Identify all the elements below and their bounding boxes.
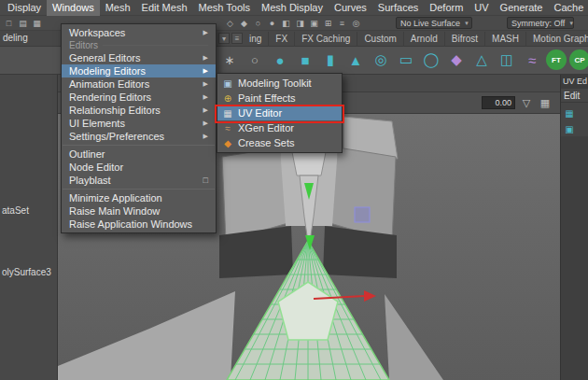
menu-item-playblast[interactable]: Playblast □ <box>62 174 216 187</box>
snap-to-curve-icon[interactable]: ◨ <box>294 18 306 29</box>
shelf-tab-menu-icon[interactable]: ▾ <box>218 33 230 44</box>
menu-uv[interactable]: UV <box>469 0 494 16</box>
save-scene-icon[interactable]: ▦ <box>31 18 43 29</box>
menu-item-label: Relationship Editors <box>69 104 199 117</box>
hull-left-wing <box>58 291 235 380</box>
hull-left-wall <box>222 148 291 241</box>
shelf-tab-fx[interactable]: FX <box>269 32 295 47</box>
menu-item-modeling-editors[interactable]: Modeling Editors ▶ <box>62 64 216 77</box>
menu-surfaces[interactable]: Surfaces <box>372 0 424 16</box>
menu-item-rendering-editors[interactable]: Rendering Editors ▶ <box>62 91 216 104</box>
menu-generate[interactable]: Generate <box>495 0 549 16</box>
submenu-item-paint-effects[interactable]: ⊕ Paint Effects <box>217 91 342 106</box>
menu-item-node-editor[interactable]: Node Editor <box>62 161 216 174</box>
submenu-item-modeling-toolkit[interactable]: ▣ Modeling Toolkit <box>217 76 342 91</box>
snap-to-plane-icon[interactable]: ⊞ <box>322 18 334 29</box>
select-tool-icon[interactable]: ∗ <box>218 49 241 71</box>
submenu-item-uv-editor[interactable]: ▦ UV Editor <box>217 106 342 120</box>
menu-display[interactable]: Display <box>2 0 47 16</box>
menu-deform[interactable]: Deform <box>424 0 469 16</box>
exposure-field[interactable]: 0.00 <box>482 96 515 109</box>
symmetry-dropdown[interactable]: Symmetry: Off ▼ <box>507 17 574 29</box>
chevron-down-icon: ▼ <box>568 21 574 26</box>
menu-item-animation-editors[interactable]: Animation Editors ▶ <box>62 77 216 91</box>
submenu-item-crease-sets[interactable]: ◆ Crease Sets <box>217 135 342 150</box>
submenu-item-xgen-editor[interactable]: ≈ XGen Editor <box>217 120 342 135</box>
menu-item-workspaces[interactable]: Workspaces ▶ <box>62 26 216 39</box>
file-icons-group: □ ▤ ▦ <box>3 18 43 29</box>
polygon-pipe-icon[interactable]: ◫ <box>496 49 518 71</box>
ft-badge-icon[interactable]: FT <box>546 49 567 70</box>
menu-separator <box>63 145 215 146</box>
shelf-tab-rendering[interactable]: ing <box>243 32 269 47</box>
menu-item-outliner[interactable]: Outliner <box>62 148 216 161</box>
polygon-cylinder-icon[interactable]: ▮ <box>319 49 342 71</box>
shelf-tab-mash[interactable]: MASH <box>485 32 526 47</box>
select-hierarchy-icon[interactable]: ◇ <box>224 18 236 29</box>
uv-snap-icon[interactable]: ▣ <box>563 122 576 135</box>
select-highlight-icon[interactable]: ● <box>266 18 278 29</box>
shelf-tab-bifrost[interactable]: Bifrost <box>445 32 485 47</box>
submenu-item-label: UV Editor <box>238 106 336 120</box>
menu-item-relationship-editors[interactable]: Relationship Editors ▶ <box>62 104 216 117</box>
menu-mesh-display[interactable]: Mesh Display <box>256 0 329 16</box>
lasso-tool-icon[interactable]: ○ <box>244 49 266 71</box>
uv-editor-panel-title[interactable]: UV Ed <box>561 75 588 89</box>
menu-cache[interactable]: Cache <box>548 0 588 16</box>
paint-effects-icon: ⊕ <box>221 91 234 105</box>
menu-item-label: Workspaces <box>69 26 199 39</box>
hull-right-wing <box>385 294 443 380</box>
option-box-icon[interactable]: □ <box>199 176 208 185</box>
submenu-arrow-icon: ▶ <box>199 120 208 127</box>
menu-item-ui-elements[interactable]: UI Elements ▶ <box>62 117 216 130</box>
live-surface-dropdown[interactable]: No Live Surface ▼ <box>396 17 472 29</box>
menubar: Display Windows Mesh Edit Mesh Mesh Tool… <box>0 0 588 16</box>
select-object-icon[interactable]: ◆ <box>238 18 250 29</box>
outliner-item-polysurface[interactable]: olySurface3 <box>2 267 51 277</box>
shelf-tab-list-icon[interactable]: ≡ <box>231 33 243 44</box>
menu-mesh[interactable]: Mesh <box>100 0 136 16</box>
open-scene-icon[interactable]: ▤ <box>17 18 29 29</box>
menu-item-raise-application-windows[interactable]: Raise Application Windows <box>62 218 216 231</box>
menu-curves[interactable]: Curves <box>329 0 372 16</box>
polygon-disc-icon[interactable]: ◯ <box>420 49 442 71</box>
section-label: Editors <box>69 39 98 51</box>
platonic-solid-icon[interactable]: ◆ <box>445 49 468 71</box>
construction-icon[interactable]: ◎ <box>350 18 362 29</box>
shelf-tab-motion-graphics[interactable]: Motion Graphics <box>526 32 588 47</box>
move-manipulator-x-cone[interactable] <box>364 290 376 302</box>
snap-to-point-icon[interactable]: ▣ <box>308 18 320 29</box>
menu-item-raise-main-window[interactable]: Raise Main Window <box>62 204 216 218</box>
polygon-cone-icon[interactable]: ▲ <box>344 49 367 71</box>
exposure-icon[interactable]: ▦ <box>538 95 553 110</box>
menu-item-label: Settings/Preferences <box>69 130 199 143</box>
polygon-pyramid-icon[interactable]: △ <box>470 49 493 71</box>
menu-windows[interactable]: Windows <box>47 0 100 16</box>
uv-grid-icon[interactable]: ▦ <box>563 106 576 120</box>
polygon-sphere-icon[interactable]: ● <box>269 49 291 71</box>
polygon-torus-icon[interactable]: ◎ <box>370 49 392 71</box>
menuset-label[interactable]: deling <box>3 33 28 43</box>
cp-badge-icon[interactable]: CP <box>569 49 588 70</box>
shelf-tab-fx-caching[interactable]: FX Caching <box>295 32 357 47</box>
outliner-panel: R Outl ataSet olySurface3 <box>0 47 58 380</box>
polygon-plane-icon[interactable]: ▭ <box>395 49 417 71</box>
shelf-tab-custom[interactable]: Custom <box>357 32 403 47</box>
shelf-tab-arnold[interactable]: Arnold <box>404 32 445 47</box>
curve-tool-icon[interactable]: ≈ <box>521 49 543 71</box>
submenu-arrow-icon: ▶ <box>199 54 208 62</box>
selection-mask-group: ◇ ◆ ○ ● ◧ ◨ ▣ ⊞ ≡ ◎ <box>224 18 362 29</box>
outliner-item-dataset[interactable]: ataSet <box>2 205 29 216</box>
select-component-icon[interactable]: ○ <box>252 18 264 29</box>
new-scene-icon[interactable]: □ <box>3 18 15 29</box>
menu-item-settings-preferences[interactable]: Settings/Preferences ▶ <box>62 130 216 143</box>
menu-item-minimize-application[interactable]: Minimize Application <box>62 191 216 204</box>
history-toggle-icon[interactable]: ≡ <box>336 18 348 29</box>
menu-mesh-tools[interactable]: Mesh Tools <box>193 0 256 16</box>
menu-edit-mesh[interactable]: Edit Mesh <box>136 0 193 16</box>
polygon-cube-icon[interactable]: ■ <box>294 49 316 71</box>
uv-editor-edit-menu[interactable]: Edit <box>561 89 588 103</box>
gamma-icon[interactable]: ▽ <box>519 95 534 110</box>
menu-item-general-editors[interactable]: General Editors ▶ <box>62 51 216 64</box>
snap-to-grid-icon[interactable]: ◧ <box>280 18 292 29</box>
